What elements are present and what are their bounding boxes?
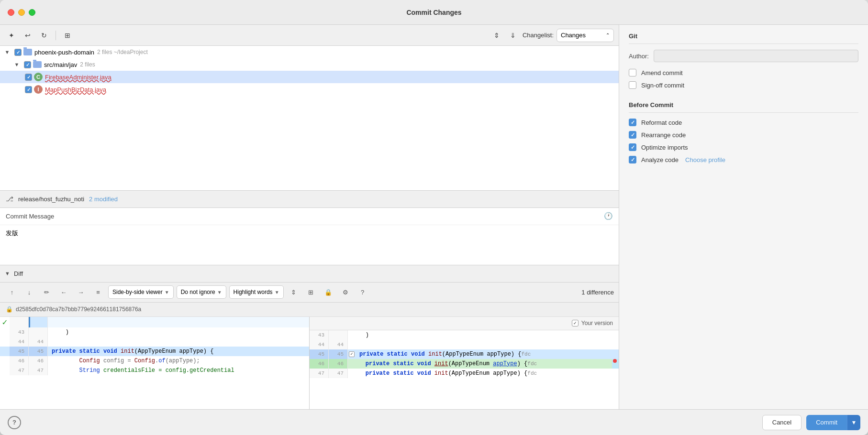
src-folder-name: src/main/jav: [44, 61, 77, 68]
diff-collapse-icon[interactable]: ▼: [5, 271, 10, 276]
version-checkbox[interactable]: [572, 320, 579, 326]
amend-commit-checkbox[interactable]: [629, 69, 636, 76]
commit-message-input[interactable]: 发版: [0, 225, 619, 263]
history-icon[interactable]: 🕐: [604, 212, 613, 220]
window-title: Commit Changes: [406, 9, 461, 16]
changelist-value: Changes: [561, 32, 586, 39]
changelist-select[interactable]: Changes ⌃: [556, 29, 614, 42]
line-num-l47a: 47: [10, 366, 29, 375]
sort-button[interactable]: ⇓: [506, 29, 520, 42]
diff-count: 1 difference: [581, 289, 614, 296]
optimize-checkbox[interactable]: [629, 143, 636, 151]
help-diff-button[interactable]: ?: [356, 285, 370, 299]
diff-hash: d2585dfc0d78ca7b7bbb779e924661181756876a: [16, 306, 141, 313]
tree-item-src[interactable]: ▼ src/main/jav 2 files: [0, 58, 619, 71]
reformat-label: Reformat code: [641, 119, 682, 126]
rearrange-checkbox[interactable]: [629, 131, 636, 139]
signoff-commit-label: Sign-off commit: [641, 82, 684, 89]
highlight-select[interactable]: Highlight words ▼: [229, 285, 284, 299]
pin-button[interactable]: ✦: [5, 29, 18, 42]
checkbox-root[interactable]: [14, 49, 22, 56]
firebase-file-name: FirebaseAdminister.java: [45, 74, 111, 81]
ignore-select[interactable]: Do not ignore ▼: [177, 285, 226, 299]
folder-icon-root: [23, 49, 32, 55]
commit-message-label: Commit Message: [6, 213, 54, 220]
prev-change-button[interactable]: ↑: [5, 285, 19, 299]
expand-button[interactable]: ⊞: [61, 29, 74, 42]
refresh-button[interactable]: ↻: [37, 29, 51, 42]
tree-item-mappush[interactable]: I MapPushBizData.java: [0, 83, 619, 96]
code-params-r45: (AppTypeEnum appType) {fdc: [442, 351, 531, 358]
prev-file-button[interactable]: ←: [56, 285, 71, 299]
help-button[interactable]: ?: [8, 416, 21, 429]
lock-button[interactable]: 🔒: [321, 285, 335, 299]
align-button[interactable]: ≡: [91, 285, 105, 299]
main-content: ✦ ↩ ↻ ⊞ ⇕ ⇓ Changelist: Changes ⌃ ▼: [0, 25, 868, 409]
reformat-checkbox[interactable]: [629, 119, 636, 126]
checkbox-mappush[interactable]: [25, 86, 32, 93]
line-check-mark: ✓: [350, 351, 353, 357]
gutter-empty-47: [0, 366, 10, 375]
signoff-commit-checkbox[interactable]: [629, 81, 636, 89]
optimize-row[interactable]: Optimize imports: [629, 143, 858, 151]
method-init-r47: init: [434, 370, 448, 377]
viewer-select[interactable]: Side-by-side viewer ▼: [108, 285, 174, 299]
reformat-row[interactable]: Reformat code: [629, 119, 858, 126]
diff-left-code[interactable]: ✓ 43: [0, 317, 309, 410]
line-num-r47b: 47: [329, 369, 348, 378]
checkbox-firebase[interactable]: [25, 74, 32, 81]
cancel-button[interactable]: Cancel: [762, 415, 801, 430]
minimize-button[interactable]: [18, 9, 25, 16]
toolbar-divider: [56, 31, 56, 40]
line-num-l45a: 45: [10, 347, 29, 356]
signoff-commit-row[interactable]: Sign-off commit: [629, 81, 858, 89]
rearrange-row[interactable]: Rearrange code: [629, 131, 858, 139]
code-config: Config config = Config.of(appType);: [52, 358, 200, 364]
bottom-bar: ? Cancel Commit ▼: [0, 409, 868, 435]
code-line-right-45: 45 45 ✓: [310, 349, 619, 359]
lock-file-icon: 🔒: [6, 306, 13, 313]
diff-right-code[interactable]: 43 ) 44 44: [310, 330, 619, 410]
code-line-right-43: 43 ): [310, 330, 619, 340]
chevron-root[interactable]: ▼: [4, 49, 11, 55]
file-tree: ▼ phoenix-push-domain 2 files ~/IdeaProj…: [0, 46, 619, 191]
line-num-r46a: 46: [310, 359, 329, 369]
undo-button[interactable]: ↩: [21, 29, 34, 42]
line-checkbox-icon-45: ✓: [349, 351, 355, 357]
tree-item-root[interactable]: ▼ phoenix-push-domain 2 files ~/IdeaProj…: [0, 46, 619, 58]
maximize-button[interactable]: [29, 9, 35, 16]
choose-profile-link[interactable]: Choose profile: [685, 156, 725, 163]
root-folder-name: phoenix-push-domain: [34, 49, 94, 56]
line-num-l43a: 43: [10, 327, 29, 337]
analyze-checkbox[interactable]: [629, 156, 636, 163]
before-commit-title: Before Commit: [629, 101, 858, 113]
line-num-r46b: 46: [329, 359, 348, 369]
method-init-r46: init: [434, 360, 448, 367]
sync-scroll-button[interactable]: ⊞: [304, 285, 318, 299]
close-button[interactable]: [8, 9, 14, 16]
show-diff-button[interactable]: ✏: [39, 285, 54, 299]
tree-item-firebase[interactable]: C FirebaseAdminister.java: [0, 71, 619, 83]
line-num-r47a: 47: [310, 369, 329, 378]
amend-commit-row[interactable]: Amend commit: [629, 69, 858, 76]
line-num-l43b: [29, 327, 48, 337]
diff-content: 🔒 d2585dfc0d78ca7b7bbb779e92466118175687…: [0, 303, 619, 410]
line-checkbox-45[interactable]: ✓: [348, 349, 356, 359]
collapse-unchanged-button[interactable]: ⇕: [287, 285, 301, 299]
filter-button[interactable]: ⇕: [490, 29, 503, 42]
author-input[interactable]: [654, 50, 858, 62]
next-change-button[interactable]: ↓: [22, 285, 36, 299]
line-num-r44b: 44: [329, 340, 348, 349]
checkbox-src[interactable]: [24, 61, 31, 68]
code-line-right-47: 47 47 private static void init(AppTypeEn…: [310, 369, 619, 378]
chevron-src[interactable]: ▼: [13, 61, 20, 68]
badge-i-icon: I: [34, 85, 43, 94]
analyze-row[interactable]: Analyze code Choose profile: [629, 156, 858, 163]
next-file-button[interactable]: →: [74, 285, 88, 299]
line-num-l44b: 44: [29, 337, 48, 347]
commit-dropdown-button[interactable]: ▼: [847, 415, 860, 430]
line-content-l44: [48, 337, 309, 347]
settings-button[interactable]: ⚙: [338, 285, 353, 299]
commit-button[interactable]: Commit: [806, 415, 847, 430]
kw-private: private static void: [52, 348, 121, 355]
